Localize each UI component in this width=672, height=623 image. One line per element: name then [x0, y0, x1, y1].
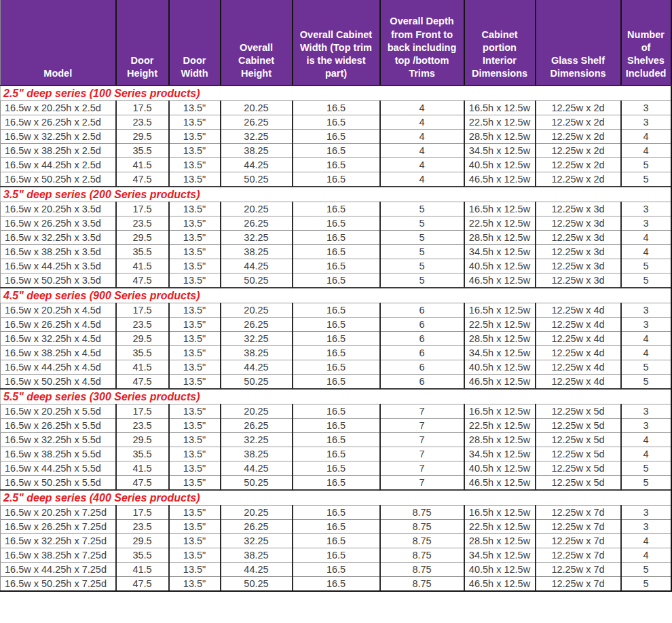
cell-door-width: 13.5"	[169, 534, 221, 548]
table-row: 16.5w x 50.25h x 7.25d47.513.5"50.2516.5…	[1, 577, 671, 592]
cell-glass-shelf-dimensions: 12.25w x 7d	[536, 563, 621, 577]
cell-door-width: 13.5"	[169, 447, 221, 461]
cell-model: 16.5w x 20.25h x 4.5d	[1, 303, 116, 318]
cell-door-width: 13.5"	[169, 115, 221, 130]
cell-shelves-included: 4	[621, 534, 671, 548]
cell-model: 16.5w x 26.25h x 7.25d	[1, 520, 116, 534]
cell-glass-shelf-dimensions: 12.25w x 5d	[536, 419, 621, 433]
cell-overall-cabinet-height: 38.25	[221, 447, 293, 461]
cell-door-height: 29.5	[116, 534, 169, 548]
cell-door-width: 13.5"	[169, 273, 221, 288]
cell-overall-cabinet-height: 20.25	[221, 404, 293, 419]
cell-overall-cabinet-width: 16.5	[293, 318, 380, 332]
cell-overall-cabinet-width: 16.5	[293, 303, 380, 318]
header-cell-overall-cabinet-height: Overall Cabinet Height	[221, 0, 293, 86]
cell-interior-dimensions: 28.5h x 12.5w	[464, 534, 536, 548]
cell-door-height: 35.5	[116, 346, 169, 360]
cell-model: 16.5w x 50.25h x 3.5d	[1, 273, 116, 288]
cell-interior-dimensions: 34.5h x 12.5w	[464, 548, 536, 563]
cell-overall-cabinet-width: 16.5	[293, 101, 380, 115]
cell-interior-dimensions: 22.5h x 12.5w	[464, 419, 536, 433]
cell-overall-cabinet-width: 16.5	[293, 404, 380, 419]
cell-door-width: 13.5"	[169, 318, 221, 332]
cell-door-height: 23.5	[116, 115, 169, 130]
cell-interior-dimensions: 46.5h x 12.5w	[464, 577, 536, 592]
cell-interior-dimensions: 28.5h x 12.5w	[464, 332, 536, 346]
cell-door-height: 29.5	[116, 332, 169, 346]
cell-glass-shelf-dimensions: 12.25w x 7d	[536, 506, 621, 520]
table-row: 16.5w x 26.25h x 7.25d23.513.5"26.2516.5…	[1, 520, 671, 534]
cell-interior-dimensions: 40.5h x 12.5w	[464, 360, 536, 375]
cell-overall-cabinet-width: 16.5	[293, 375, 380, 390]
cell-shelves-included: 4	[621, 144, 671, 158]
cell-glass-shelf-dimensions: 12.25w x 7d	[536, 534, 621, 548]
cell-door-width: 13.5"	[169, 101, 221, 115]
cell-overall-cabinet-width: 16.5	[293, 520, 380, 534]
cell-overall-cabinet-width: 16.5	[293, 346, 380, 360]
cell-glass-shelf-dimensions: 12.25w x 2d	[536, 130, 621, 144]
cell-interior-dimensions: 22.5h x 12.5w	[464, 115, 536, 130]
cell-overall-cabinet-height: 26.25	[221, 520, 293, 534]
section-title: 3.5" deep series (200 Series products)	[1, 187, 671, 202]
header-cell-overall-cabinet-width: Overall Cabinet Width (Top trim is the w…	[293, 0, 380, 86]
cell-interior-dimensions: 28.5h x 12.5w	[464, 231, 536, 245]
cell-interior-dimensions: 34.5h x 12.5w	[464, 245, 536, 259]
cell-model: 16.5w x 26.25h x 2.5d	[1, 115, 116, 130]
cell-overall-depth: 6	[380, 375, 464, 390]
table-row: 16.5w x 26.25h x 3.5d23.513.5"26.2516.55…	[1, 216, 671, 231]
cell-model: 16.5w x 44.25h x 5.5d	[1, 461, 116, 476]
cell-glass-shelf-dimensions: 12.25w x 2d	[536, 115, 621, 130]
cell-model: 16.5w x 38.25h x 4.5d	[1, 346, 116, 360]
cell-glass-shelf-dimensions: 12.25w x 3d	[536, 259, 621, 273]
cell-model: 16.5w x 20.25h x 7.25d	[1, 506, 116, 520]
header-cell-interior-dimensions: Cabinet portion Interior Dimensions	[464, 0, 536, 86]
cell-door-height: 23.5	[116, 216, 169, 231]
cell-overall-cabinet-width: 16.5	[293, 172, 380, 187]
cell-overall-cabinet-height: 26.25	[221, 419, 293, 433]
cell-door-height: 35.5	[116, 245, 169, 259]
cell-door-height: 41.5	[116, 461, 169, 476]
cell-door-height: 35.5	[116, 548, 169, 563]
cell-overall-cabinet-width: 16.5	[293, 259, 380, 273]
cell-overall-depth: 5	[380, 245, 464, 259]
table-row: 16.5w x 26.25h x 2.5d23.513.5"26.2516.54…	[1, 115, 671, 130]
cell-shelves-included: 5	[621, 259, 671, 273]
cell-glass-shelf-dimensions: 12.25w x 3d	[536, 245, 621, 259]
cell-interior-dimensions: 34.5h x 12.5w	[464, 447, 536, 461]
cell-glass-shelf-dimensions: 12.25w x 7d	[536, 548, 621, 563]
cell-interior-dimensions: 28.5h x 12.5w	[464, 130, 536, 144]
cell-door-width: 13.5"	[169, 433, 221, 447]
section-row: 5.5" deep series (300 Series products)	[1, 389, 671, 404]
cell-interior-dimensions: 22.5h x 12.5w	[464, 520, 536, 534]
cell-model: 16.5w x 44.25h x 3.5d	[1, 259, 116, 273]
cell-overall-cabinet-height: 50.25	[221, 172, 293, 187]
table-row: 16.5w x 38.25h x 4.5d35.513.5"38.2516.56…	[1, 346, 671, 360]
table-row: 16.5w x 20.25h x 4.5d17.513.5"20.2516.56…	[1, 303, 671, 318]
cell-overall-cabinet-width: 16.5	[293, 548, 380, 563]
header-cell-glass-shelf-dimensions: Glass Shelf Dimensions	[536, 0, 621, 86]
cell-door-height: 23.5	[116, 318, 169, 332]
cell-overall-depth: 8.75	[380, 520, 464, 534]
cell-shelves-included: 3	[621, 115, 671, 130]
cell-overall-cabinet-width: 16.5	[293, 447, 380, 461]
section-title: 5.5" deep series (300 Series products)	[1, 389, 671, 404]
cell-glass-shelf-dimensions: 12.25w x 5d	[536, 433, 621, 447]
cell-glass-shelf-dimensions: 12.25w x 7d	[536, 577, 621, 592]
cell-glass-shelf-dimensions: 12.25w x 4d	[536, 303, 621, 318]
cell-model: 16.5w x 44.25h x 2.5d	[1, 158, 116, 172]
cell-overall-depth: 7	[380, 461, 464, 476]
cell-door-height: 17.5	[116, 303, 169, 318]
cell-door-width: 13.5"	[169, 346, 221, 360]
cell-door-width: 13.5"	[169, 303, 221, 318]
cabinet-spec-table: ModelDoor HeightDoor WidthOverall Cabine…	[0, 0, 672, 592]
cell-interior-dimensions: 16.5h x 12.5w	[464, 202, 536, 216]
cell-overall-cabinet-width: 16.5	[293, 461, 380, 476]
cell-door-width: 13.5"	[169, 476, 221, 491]
cell-overall-cabinet-height: 20.25	[221, 506, 293, 520]
cell-overall-cabinet-width: 16.5	[293, 144, 380, 158]
table-row: 16.5w x 32.25h x 2.5d29.513.5"32.2516.54…	[1, 130, 671, 144]
cell-interior-dimensions: 16.5h x 12.5w	[464, 303, 536, 318]
cell-door-width: 13.5"	[169, 332, 221, 346]
cell-overall-depth: 7	[380, 419, 464, 433]
cell-shelves-included: 5	[621, 476, 671, 491]
